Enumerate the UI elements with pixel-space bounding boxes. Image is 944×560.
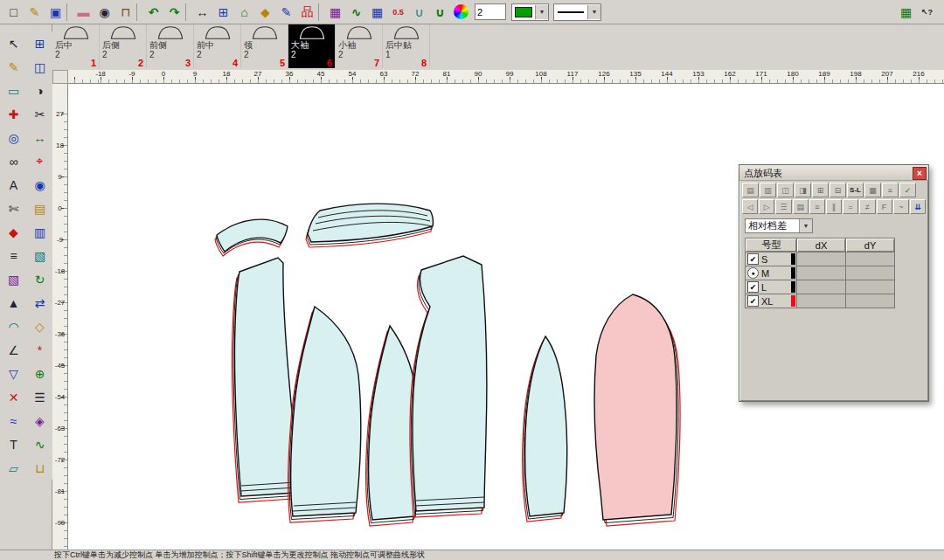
mirror-grade-btn[interactable]: ◫: [777, 183, 794, 197]
size-row[interactable]: ✔ XL: [746, 294, 895, 308]
spectacles-tool[interactable]: ∞: [2, 149, 26, 173]
col-header-dy[interactable]: dY: [846, 239, 895, 252]
separator[interactable]: [136, 3, 142, 21]
size-row[interactable]: ✔ L: [746, 280, 895, 294]
copy-grade-btn[interactable]: ▤: [742, 183, 759, 197]
size-row[interactable]: ● M: [746, 266, 895, 280]
smooth-curve-tool[interactable]: ◠: [2, 315, 26, 338]
zigzag-tool[interactable]: ∿: [28, 432, 52, 456]
eraser-icon[interactable]: ▬: [73, 3, 94, 22]
skew-tool[interactable]: ▱: [2, 456, 26, 480]
fill-bucket-icon[interactable]: ◆: [255, 3, 275, 22]
pen-color-dropdown[interactable]: ▼: [511, 3, 549, 21]
prev-point-btn[interactable]: ◁: [742, 199, 758, 214]
size-checkbox[interactable]: ✔: [747, 295, 759, 307]
size-range-btn[interactable]: S-L: [847, 183, 864, 197]
pattern-slot[interactable]: 大袖 2 6: [288, 24, 336, 68]
dy-cell[interactable]: [846, 294, 895, 308]
compass-tool[interactable]: ⌖: [28, 149, 52, 173]
grading-grid-icon[interactable]: ▦: [325, 3, 345, 22]
t-text-tool[interactable]: T: [2, 432, 26, 456]
col-header-size[interactable]: 号型: [746, 239, 797, 252]
grade-step-input[interactable]: [475, 3, 506, 20]
size-row[interactable]: ✔ S: [746, 252, 895, 266]
arc-tool[interactable]: ◑: [28, 79, 52, 102]
right-grade-btn[interactable]: ◨: [795, 183, 811, 197]
text-tool[interactable]: A: [2, 173, 26, 197]
even-btn[interactable]: ≡: [809, 199, 825, 214]
angle-tool[interactable]: ∠: [2, 338, 26, 362]
target-tool[interactable]: ◉: [28, 173, 52, 197]
size-checkbox[interactable]: ✔: [747, 281, 759, 293]
undo-icon[interactable]: ↶: [143, 3, 163, 22]
pattern-slot[interactable]: 领 2 5: [241, 24, 288, 68]
separator[interactable]: [318, 3, 324, 21]
pattern-piece-collar-band[interactable]: [306, 204, 433, 247]
list-btn[interactable]: ≡: [882, 183, 899, 197]
apply-all-btn[interactable]: ⇊: [910, 199, 926, 214]
palette-titlebar[interactable]: 点放码表 ×: [739, 165, 928, 181]
cut-open-tool[interactable]: ✄: [2, 197, 26, 220]
pattern-piece-small-sleeve[interactable]: [523, 336, 567, 522]
rect-tool[interactable]: ▭: [2, 79, 26, 102]
color-wheel-icon[interactable]: [454, 4, 469, 19]
curve-graph-icon[interactable]: ∿: [346, 3, 366, 22]
separator[interactable]: [66, 3, 73, 21]
wave-seam-tool[interactable]: ≈: [2, 409, 26, 432]
scissors-tool[interactable]: ✂: [28, 102, 52, 126]
dy-cell[interactable]: [846, 252, 895, 266]
flip-tool[interactable]: ⇄: [28, 291, 52, 315]
layer-tool[interactable]: ☰: [28, 385, 52, 409]
delete-tool[interactable]: ✕: [2, 385, 26, 409]
pattern-slot[interactable]: 前侧 2 3: [147, 24, 194, 68]
size-checkbox[interactable]: ✔: [747, 253, 759, 265]
measure-tool[interactable]: ↔: [28, 126, 52, 149]
align-btn[interactable]: ▤: [793, 199, 809, 214]
drill-hole-tool[interactable]: ◎: [2, 126, 26, 149]
buttonhole-tool[interactable]: ◈: [28, 409, 52, 432]
piece-shape-icon[interactable]: ⌂: [234, 3, 254, 22]
unequal-btn[interactable]: ≠: [859, 199, 875, 214]
add-point-tool[interactable]: ✚: [2, 102, 26, 126]
select-tool[interactable]: ↖: [2, 31, 26, 55]
grading-table-tool[interactable]: ⊞: [28, 31, 52, 55]
apply-btn[interactable]: ✓: [899, 183, 916, 197]
redo-icon[interactable]: ↷: [164, 3, 184, 22]
new-document-icon[interactable]: □: [3, 3, 24, 22]
next-point-btn[interactable]: ▷: [759, 199, 774, 214]
add-col-btn[interactable]: ⊞: [812, 183, 829, 197]
sewing-machine-tool[interactable]: ▥: [28, 220, 52, 244]
context-help-icon[interactable]: ↖?: [917, 3, 937, 22]
fold-tool[interactable]: ▽: [2, 362, 26, 385]
dx-cell[interactable]: [797, 294, 846, 308]
spec-sheet-tool[interactable]: ▤: [28, 197, 52, 220]
parallel-btn[interactable]: ∥: [826, 199, 842, 214]
curve-plate2-icon[interactable]: ∪: [430, 3, 450, 22]
save-icon[interactable]: ▣: [45, 3, 66, 22]
dx-cell[interactable]: [797, 266, 846, 280]
dx-cell[interactable]: [797, 252, 846, 266]
pattern-slot[interactable]: 后中贴 1 8: [383, 24, 430, 68]
dimension-icon[interactable]: ↔: [192, 3, 212, 22]
pin-tool[interactable]: ⊕: [28, 362, 52, 385]
ruler-tool[interactable]: ≡: [2, 244, 26, 267]
line-style-dropdown[interactable]: ▼: [553, 3, 601, 21]
pattern-slot[interactable]: 后中 2 1: [52, 24, 100, 68]
tray-tool[interactable]: ⊔: [28, 456, 52, 480]
close-icon[interactable]: ×: [913, 167, 927, 180]
dy-cell[interactable]: [846, 266, 895, 280]
pattern-piece-collar[interactable]: [215, 219, 288, 256]
pattern-slot[interactable]: 后侧 2 2: [100, 24, 147, 68]
dart-tool[interactable]: ◆: [2, 220, 26, 244]
notch-tool[interactable]: ▲: [2, 291, 26, 315]
pattern-piece-back[interactable]: [232, 258, 295, 502]
print-tool[interactable]: ▧: [28, 244, 52, 267]
pencil-tool[interactable]: ✎: [2, 55, 26, 79]
table-btn[interactable]: ▦: [864, 183, 881, 197]
piece-tool[interactable]: ◇: [28, 315, 52, 338]
col-header-dx[interactable]: dX: [797, 239, 846, 252]
copy-tool[interactable]: ◫: [28, 55, 52, 79]
curve-plate-icon[interactable]: ∪: [409, 3, 429, 22]
split-window-icon[interactable]: ⊞: [213, 3, 233, 22]
snapshot-icon[interactable]: ◉: [94, 3, 115, 22]
